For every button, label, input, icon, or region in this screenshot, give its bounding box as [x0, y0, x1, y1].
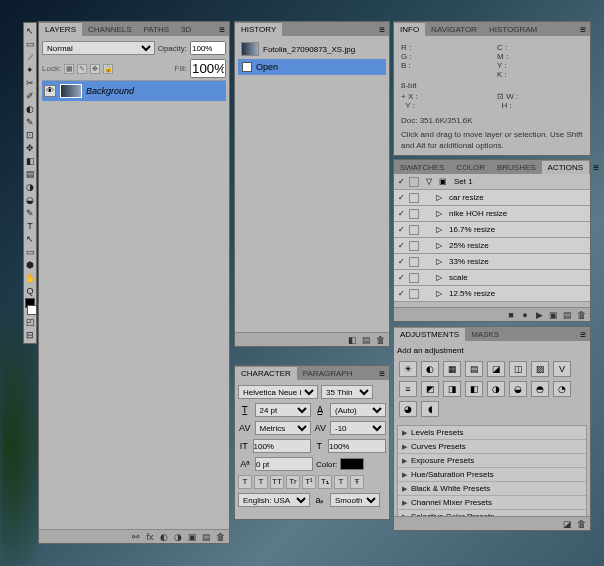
preset-row[interactable]: ▶Hue/Saturation Presets	[398, 468, 586, 482]
adjustment-button[interactable]: ◧	[465, 381, 483, 397]
tab-histogram[interactable]: HISTOGRAM	[483, 23, 543, 36]
lock-position-icon[interactable]: ✥	[90, 64, 100, 74]
tool-move[interactable]: ↖	[24, 25, 36, 37]
action-set[interactable]: ✓ ▽ ▣ Set 1	[394, 174, 590, 190]
preset-row[interactable]: ▶Curves Presets	[398, 440, 586, 454]
adjustment-button[interactable]: ◑	[487, 381, 505, 397]
preset-row[interactable]: ▶Channel Mixer Presets	[398, 496, 586, 510]
new-doc-icon[interactable]: ▤	[361, 335, 371, 345]
tab-swatches[interactable]: SWATCHES	[394, 161, 450, 174]
panel-menu-icon[interactable]: ≡	[375, 24, 389, 35]
dialog-icon[interactable]	[409, 289, 419, 299]
language-select[interactable]: English: USA	[238, 493, 310, 507]
tool-brush[interactable]: ✎	[24, 116, 36, 128]
leading-select[interactable]: (Auto)	[330, 403, 386, 417]
panel-menu-icon[interactable]: ≡	[576, 24, 590, 35]
tool-pen[interactable]: ✎	[24, 207, 36, 219]
folder-icon[interactable]: ▣	[548, 310, 558, 320]
tab-layers[interactable]: LAYERS	[39, 23, 82, 36]
visibility-icon[interactable]: 👁	[44, 85, 56, 97]
vscale-input[interactable]	[253, 439, 311, 453]
action-row[interactable]: ✓▷33% resize	[394, 254, 590, 270]
dialog-icon[interactable]	[409, 257, 419, 267]
blend-mode-select[interactable]: Normal	[42, 41, 155, 55]
check-icon[interactable]: ✓	[396, 241, 406, 250]
tab-3d[interactable]: 3D	[175, 23, 197, 36]
adjustment-button[interactable]: ◪	[487, 361, 505, 377]
new-layer-icon[interactable]: ▤	[201, 532, 211, 542]
tool-history-brush[interactable]: ✥	[24, 142, 36, 154]
tab-character[interactable]: CHARACTER	[235, 367, 297, 380]
action-row[interactable]: ✓▷12.5% resize	[394, 286, 590, 302]
adjustment-button[interactable]: ◒	[509, 381, 527, 397]
type-style-button[interactable]: T	[334, 475, 348, 489]
type-style-button[interactable]: T	[238, 475, 252, 489]
font-style-select[interactable]: 35 Thin	[321, 385, 373, 399]
tool-path[interactable]: ↖	[24, 233, 36, 245]
adjustment-button[interactable]: ◕	[399, 401, 417, 417]
tool-eraser[interactable]: ◧	[24, 155, 36, 167]
tool-dodge[interactable]: ◒	[24, 194, 36, 206]
trash-icon[interactable]: 🗑	[576, 310, 586, 320]
play-icon[interactable]: ▶	[534, 310, 544, 320]
font-size-select[interactable]: 24 pt	[255, 403, 311, 417]
action-row[interactable]: ✓▷nike HOH resize	[394, 206, 590, 222]
adjustment-button[interactable]: ◫	[509, 361, 527, 377]
panel-menu-icon[interactable]: ≡	[215, 24, 229, 35]
antialias-select[interactable]: Smooth	[330, 493, 380, 507]
check-icon[interactable]: ✓	[396, 273, 406, 282]
preset-row[interactable]: ▶Black & White Presets	[398, 482, 586, 496]
tab-history[interactable]: HISTORY	[235, 23, 282, 36]
baseline-input[interactable]	[255, 457, 313, 471]
history-item[interactable]: Open	[238, 59, 386, 75]
type-style-button[interactable]: Tr	[286, 475, 300, 489]
tool-heal[interactable]: ◐	[24, 103, 36, 115]
tab-channels[interactable]: CHANNELS	[82, 23, 138, 36]
layer-thumbnail[interactable]	[60, 84, 82, 98]
tab-adjustments[interactable]: ADJUSTMENTS	[394, 328, 465, 341]
kerning-select[interactable]: Metrics	[255, 421, 311, 435]
adjustment-button[interactable]: ≡	[399, 381, 417, 397]
type-style-button[interactable]: T	[254, 475, 268, 489]
adjustment-button[interactable]: ◐	[421, 361, 439, 377]
adjustment-button[interactable]: V	[553, 361, 571, 377]
action-row[interactable]: ✓▷car resize	[394, 190, 590, 206]
link-icon[interactable]: ⚯	[131, 532, 141, 542]
adjustment-button[interactable]: ▤	[465, 361, 483, 377]
adjustment-button[interactable]: ◨	[443, 381, 461, 397]
tool-lasso[interactable]: ⟋	[24, 51, 36, 63]
trash-icon[interactable]: 🗑	[576, 519, 586, 529]
tool-stamp[interactable]: ⊡	[24, 129, 36, 141]
tab-brushes[interactable]: BRUSHES	[491, 161, 542, 174]
preset-row[interactable]: ▶Levels Presets	[398, 426, 586, 440]
mask-icon[interactable]: ◐	[159, 532, 169, 542]
dialog-icon[interactable]	[409, 177, 419, 187]
check-icon[interactable]: ✓	[396, 209, 406, 218]
tab-paths[interactable]: PATHS	[138, 23, 175, 36]
dialog-icon[interactable]	[409, 193, 419, 203]
tool-3d[interactable]: ⬢	[24, 259, 36, 271]
tool-blur[interactable]: ◑	[24, 181, 36, 193]
history-doc-thumb[interactable]	[241, 42, 259, 56]
tracking-select[interactable]: -10	[330, 421, 386, 435]
lock-transparency-icon[interactable]: ▦	[64, 64, 74, 74]
tool-shape[interactable]: ▭	[24, 246, 36, 258]
tab-actions[interactable]: ACTIONS	[542, 161, 590, 174]
tab-paragraph[interactable]: PARAGRAPH	[297, 367, 359, 380]
check-icon[interactable]: ✓	[396, 257, 406, 266]
adjustment-button[interactable]: ▦	[443, 361, 461, 377]
tool-quickmask[interactable]: ◰	[24, 316, 36, 328]
adjustment-button[interactable]: ◓	[531, 381, 549, 397]
clip-icon[interactable]: ◪	[562, 519, 572, 529]
panel-menu-icon[interactable]: ≡	[576, 329, 590, 340]
new-icon[interactable]: ▤	[562, 310, 572, 320]
text-color-swatch[interactable]	[340, 458, 364, 470]
preset-row[interactable]: ▶Exposure Presets	[398, 454, 586, 468]
action-row[interactable]: ✓▷25% resize	[394, 238, 590, 254]
adjustment-button[interactable]: ▨	[531, 361, 549, 377]
type-style-button[interactable]: Ŧ	[350, 475, 364, 489]
check-icon[interactable]: ✓	[396, 225, 406, 234]
lock-all-icon[interactable]: 🔒	[103, 64, 113, 74]
adjustment-button[interactable]: ◔	[553, 381, 571, 397]
adjustment-button[interactable]: ◩	[421, 381, 439, 397]
